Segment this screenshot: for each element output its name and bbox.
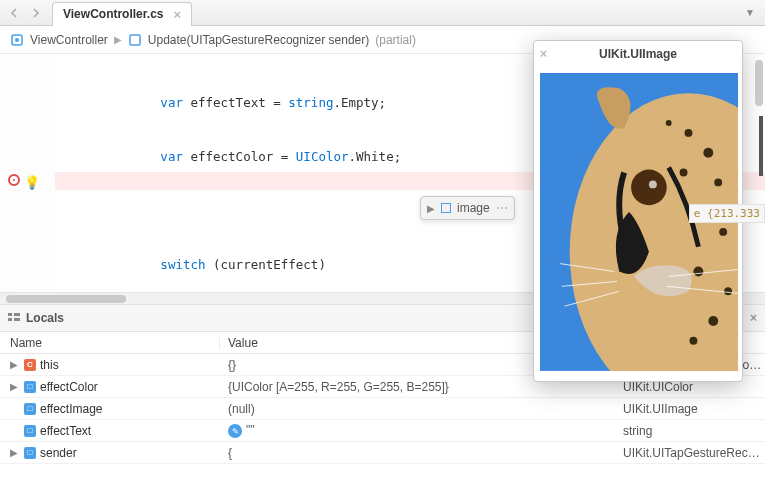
gutter: 💡 (0, 54, 55, 304)
variable-type: UIKit.UITapGestureRecognizer (623, 446, 765, 460)
forward-button[interactable] (26, 3, 46, 23)
svg-point-19 (724, 287, 732, 295)
tab-viewcontroller[interactable]: ViewController.cs × (52, 2, 192, 26)
locals-row[interactable]: □effectImage(null)UIKit.UIImage (0, 398, 765, 420)
variable-value: {UIColor [A=255, R=255, G=255, B=255]} (228, 380, 449, 394)
vertical-scrollbar[interactable] (755, 60, 763, 106)
overflow-tooltip: e {213.333 (689, 204, 765, 223)
expand-caret-icon[interactable]: ▶ (10, 381, 20, 392)
variable-icon: □ (24, 403, 36, 415)
minimap-indicator (759, 116, 763, 176)
svg-point-14 (703, 148, 713, 158)
svg-rect-6 (14, 318, 20, 321)
variable-name: effectImage (40, 402, 102, 416)
preview-title: UIKit.UIImage (599, 47, 677, 61)
preview-body (534, 67, 742, 381)
svg-point-13 (685, 129, 693, 137)
svg-point-11 (631, 170, 667, 206)
close-icon[interactable]: × (169, 7, 185, 22)
svg-rect-4 (8, 318, 12, 321)
svg-point-20 (708, 316, 718, 326)
variable-name: sender (40, 446, 77, 460)
breakpoint-icon[interactable] (8, 174, 20, 186)
column-name[interactable]: Name (0, 336, 220, 350)
preview-header: × UIKit.UIImage (534, 41, 742, 67)
close-pane-icon[interactable]: × (750, 311, 757, 325)
watch-tooltip[interactable]: ▶ image ⋯ (420, 196, 515, 220)
tab-label: ViewController.cs (63, 7, 163, 21)
class-icon (10, 33, 24, 47)
expand-caret-icon[interactable]: ▶ (10, 447, 20, 458)
dropdown-icon[interactable]: ▼ (739, 7, 761, 18)
svg-rect-3 (8, 313, 12, 316)
locals-row[interactable]: □effectText✎""string (0, 420, 765, 442)
variable-value: (null) (228, 402, 255, 416)
svg-point-23 (680, 169, 688, 177)
variable-icon: □ (24, 381, 36, 393)
more-icon[interactable]: ⋯ (496, 201, 508, 215)
svg-point-15 (714, 178, 722, 186)
svg-rect-5 (14, 313, 20, 316)
top-toolbar: ViewController.cs × ▼ (0, 0, 765, 26)
svg-point-22 (666, 120, 672, 126)
variable-type: UIKit.UIImage (623, 402, 698, 416)
breadcrumb-suffix: (partial) (375, 33, 416, 47)
edit-icon[interactable]: ✎ (228, 424, 242, 438)
locals-row[interactable]: ▶□sender{UIKit.UITapGestureRecognizer (0, 442, 765, 464)
variable-icon: C (24, 359, 36, 371)
variable-type: string (623, 424, 652, 438)
breadcrumb-method[interactable]: Update(UITapGestureRecognizer sender) (148, 33, 369, 47)
method-icon (128, 33, 142, 47)
variable-value: "" (246, 423, 255, 437)
svg-point-21 (689, 337, 697, 345)
scrollbar-thumb[interactable] (6, 295, 126, 303)
locals-icon (8, 311, 20, 326)
watch-label: image (457, 201, 490, 215)
locals-title: Locals (26, 311, 64, 325)
chevron-right-icon: ▶ (114, 34, 122, 45)
back-button[interactable] (4, 3, 24, 23)
svg-point-17 (719, 228, 727, 236)
expand-caret-icon[interactable]: ▶ (10, 359, 20, 370)
expand-icon[interactable]: ▶ (427, 203, 435, 214)
svg-point-18 (693, 267, 703, 277)
close-preview-icon[interactable]: × (540, 47, 547, 61)
variable-name: this (40, 358, 59, 372)
svg-rect-2 (130, 35, 140, 45)
variable-icon: □ (24, 447, 36, 459)
variable-icon: □ (24, 425, 36, 437)
pin-icon[interactable] (441, 203, 451, 213)
svg-point-1 (15, 38, 19, 42)
variable-value: {} (228, 358, 236, 372)
breadcrumb-class[interactable]: ViewController (30, 33, 108, 47)
variable-name: effectText (40, 424, 91, 438)
svg-point-12 (649, 180, 657, 188)
variable-name: effectColor (40, 380, 98, 394)
lightbulb-icon[interactable]: 💡 (24, 174, 40, 192)
variable-value: { (228, 446, 232, 460)
